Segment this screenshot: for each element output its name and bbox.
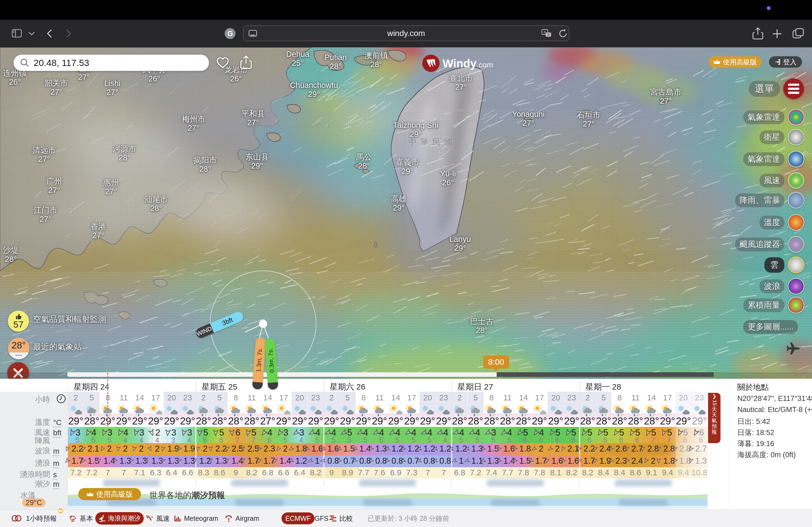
- svg-text:Windy.com: Windy.com: [443, 57, 493, 70]
- svg-text:文: 文: [547, 33, 550, 36]
